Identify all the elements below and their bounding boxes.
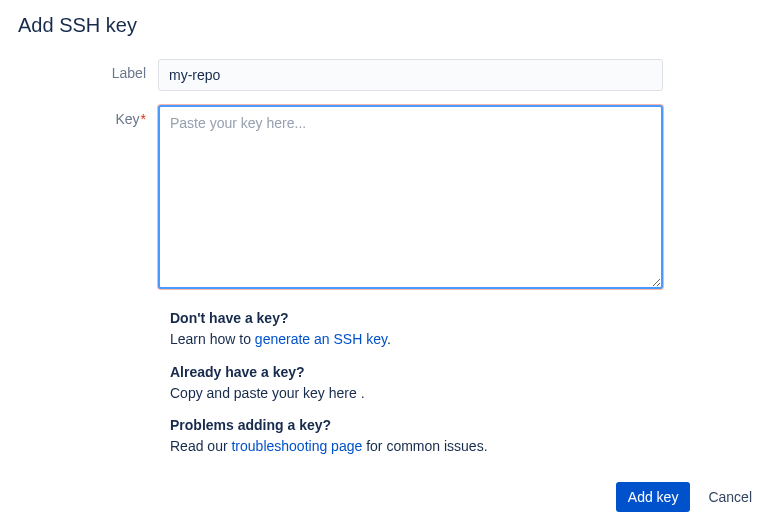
key-row: Key* [18,105,752,292]
help-no-key-text: Learn how to generate an SSH key. [170,330,675,350]
generate-ssh-key-link[interactable]: generate an SSH key [255,331,387,347]
help-no-key-heading: Don't have a key? [170,310,675,326]
troubleshooting-link[interactable]: troubleshooting page [231,438,362,454]
help-block: Don't have a key? Learn how to generate … [170,310,675,457]
add-key-button[interactable]: Add key [616,482,691,512]
required-mark: * [141,111,146,127]
button-row: Add key Cancel [616,482,752,512]
help-no-key: Don't have a key? Learn how to generate … [170,310,675,350]
label-row: Label [18,59,752,91]
page-title: Add SSH key [18,14,752,37]
key-field-label: Key* [18,105,158,127]
label-input[interactable] [158,59,663,91]
key-textarea[interactable] [158,105,663,289]
help-have-key-heading: Already have a key? [170,364,675,380]
help-problems-heading: Problems adding a key? [170,417,675,433]
help-have-key-text: Copy and paste your key here . [170,384,675,404]
help-problems: Problems adding a key? Read our troubles… [170,417,675,457]
help-have-key: Already have a key? Copy and paste your … [170,364,675,404]
cancel-button[interactable]: Cancel [708,489,752,505]
label-field-label: Label [18,59,158,81]
help-problems-text: Read our troubleshooting page for common… [170,437,675,457]
